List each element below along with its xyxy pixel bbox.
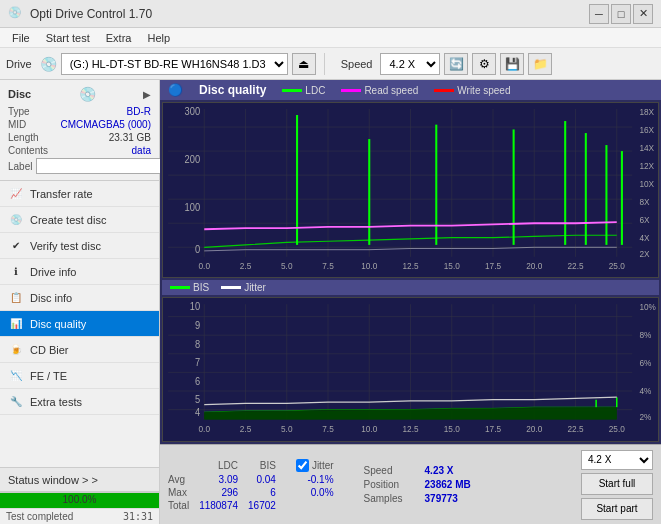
- bis-chart-svg: 10 9 8 7 6 5 4 10% 8% 6% 4% 2% 0.0 2.5: [163, 298, 658, 441]
- content-area: 🔵 Disc quality LDC Read speed Write spee…: [160, 80, 661, 524]
- max-row: Max 296 6 0.0%: [168, 486, 344, 499]
- menu-help[interactable]: Help: [139, 30, 178, 46]
- svg-text:12.5: 12.5: [402, 260, 418, 271]
- progress-text: 100.0%: [63, 494, 97, 505]
- avg-bis: 0.04: [248, 473, 286, 486]
- app-icon: 💿: [8, 6, 24, 22]
- total-jitter: [296, 499, 344, 512]
- read-speed-color: [341, 89, 361, 92]
- sidebar-item-disc-info[interactable]: 📋 Disc info: [0, 285, 159, 311]
- menu-extra[interactable]: Extra: [98, 30, 140, 46]
- svg-text:0.0: 0.0: [199, 424, 210, 435]
- total-space: [286, 499, 296, 512]
- legend-read-speed: Read speed: [341, 85, 418, 96]
- svg-text:25.0: 25.0: [609, 424, 625, 435]
- svg-text:10: 10: [190, 301, 201, 313]
- window-controls: ─ □ ✕: [589, 4, 653, 24]
- sidebar-item-disc-quality[interactable]: 📊 Disc quality: [0, 311, 159, 337]
- sidebar-item-extra-tests[interactable]: 🔧 Extra tests: [0, 389, 159, 415]
- svg-text:10.0: 10.0: [361, 260, 377, 271]
- eject-button[interactable]: ⏏: [292, 53, 316, 75]
- close-button[interactable]: ✕: [633, 4, 653, 24]
- status-window-button[interactable]: Status window > >: [0, 468, 159, 492]
- cd-bier-icon: 🍺: [8, 342, 24, 358]
- speed-stat-label: Speed: [364, 465, 419, 476]
- verify-test-disc-icon: ✔: [8, 238, 24, 254]
- ldc-chart-wrapper: 300 200 100 0 18X 16X 14X 12X 10X 8X 6X …: [162, 102, 659, 278]
- avg-jitter: -0.1%: [296, 473, 344, 486]
- start-full-button[interactable]: Start full: [581, 473, 653, 495]
- legend-bis: BIS: [170, 282, 209, 293]
- col-space: [286, 458, 296, 473]
- speed-stat-value: 4.23 X: [425, 465, 454, 476]
- extra-tests-icon: 🔧: [8, 394, 24, 410]
- avg-ldc: 3.09: [199, 473, 248, 486]
- menu-start-test[interactable]: Start test: [38, 30, 98, 46]
- svg-text:10%: 10%: [639, 302, 655, 313]
- charts-container: 300 200 100 0 18X 16X 14X 12X 10X 8X 6X …: [160, 100, 661, 444]
- label-input[interactable]: [36, 158, 169, 174]
- svg-text:7.5: 7.5: [322, 424, 333, 435]
- legend-ldc: LDC: [282, 85, 325, 96]
- svg-text:7: 7: [195, 357, 200, 369]
- sidebar-item-cd-bier[interactable]: 🍺 CD Bier: [0, 337, 159, 363]
- svg-text:22.5: 22.5: [567, 260, 583, 271]
- samples-value: 379773: [425, 493, 458, 504]
- total-label: Total: [168, 499, 199, 512]
- sidebar-item-label: Drive info: [30, 266, 76, 278]
- disc-quality-header: 🔵 Disc quality LDC Read speed Write spee…: [160, 80, 661, 100]
- avg-row: Avg 3.09 0.04 -0.1%: [168, 473, 344, 486]
- disc-panel: Disc 💿 ▶ Type BD-R MID CMCMAGBA5 (000) L…: [0, 80, 159, 181]
- save-button[interactable]: 📁: [528, 53, 552, 75]
- avg-label: Avg: [168, 473, 199, 486]
- settings-button[interactable]: ⚙: [472, 53, 496, 75]
- col-ldc: LDC: [199, 458, 248, 473]
- bis-color: [170, 286, 190, 289]
- start-full-label: Start full: [599, 478, 636, 489]
- sidebar-item-fe-te[interactable]: 📉 FE / TE: [0, 363, 159, 389]
- svg-text:10X: 10X: [639, 179, 654, 190]
- jitter-checkbox[interactable]: [296, 459, 309, 472]
- col-jitter-header: Jitter: [296, 458, 344, 473]
- drive-select[interactable]: (G:) HL-DT-ST BD-RE WH16NS48 1.D3: [61, 53, 288, 75]
- avg-space: [286, 473, 296, 486]
- max-bis: 6: [248, 486, 286, 499]
- legend-write-speed: Write speed: [434, 85, 510, 96]
- progress-bar-container: 100.0%: [0, 492, 159, 508]
- svg-text:200: 200: [185, 153, 201, 165]
- menu-file[interactable]: File: [4, 30, 38, 46]
- speed-dropdown-select[interactable]: 4.2 X: [581, 450, 653, 470]
- svg-text:8%: 8%: [639, 329, 651, 340]
- svg-text:12X: 12X: [639, 161, 654, 172]
- svg-text:0.0: 0.0: [199, 260, 210, 271]
- minimize-button[interactable]: ─: [589, 4, 609, 24]
- sidebar-item-label: Extra tests: [30, 396, 82, 408]
- contents-value: data: [132, 145, 151, 156]
- svg-text:12.5: 12.5: [402, 424, 418, 435]
- sidebar-item-transfer-rate[interactable]: 📈 Transfer rate: [0, 181, 159, 207]
- refresh-button[interactable]: 🔄: [444, 53, 468, 75]
- length-value: 23.31 GB: [109, 132, 151, 143]
- speed-select[interactable]: 4.2 X: [380, 53, 440, 75]
- sidebar-item-create-test-disc[interactable]: 💿 Create test disc: [0, 207, 159, 233]
- position-value: 23862 MB: [425, 479, 471, 490]
- sidebar-item-drive-info[interactable]: ℹ Drive info: [0, 259, 159, 285]
- svg-text:2.5: 2.5: [240, 260, 251, 271]
- svg-text:10.0: 10.0: [361, 424, 377, 435]
- drive-label: Drive: [6, 58, 32, 70]
- sidebar-item-label: FE / TE: [30, 370, 67, 382]
- sidebar-nav: 📈 Transfer rate 💿 Create test disc ✔ Ver…: [0, 181, 159, 467]
- fe-te-icon: 📉: [8, 368, 24, 384]
- svg-text:20.0: 20.0: [526, 424, 542, 435]
- menubar: File Start test Extra Help: [0, 28, 661, 48]
- samples-label: Samples: [364, 493, 419, 504]
- maximize-button[interactable]: □: [611, 4, 631, 24]
- bis-chart-header: BIS Jitter: [162, 280, 659, 295]
- svg-text:5: 5: [195, 394, 200, 406]
- jitter-label: Jitter: [312, 460, 334, 471]
- label-key: Label: [8, 161, 32, 172]
- start-part-button[interactable]: Start part: [581, 498, 653, 520]
- disc-button[interactable]: 💾: [500, 53, 524, 75]
- drive-toolbar: Drive 💿 (G:) HL-DT-ST BD-RE WH16NS48 1.D…: [0, 48, 661, 80]
- sidebar-item-verify-test-disc[interactable]: ✔ Verify test disc: [0, 233, 159, 259]
